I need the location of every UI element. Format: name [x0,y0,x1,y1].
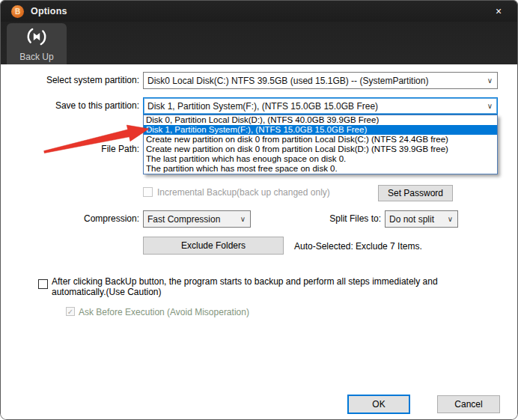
ok-button[interactable]: OK [347,395,410,414]
dropdown-option-new-partition-d[interactable]: Create new partition on disk 0 from part… [144,144,497,154]
app-icon: B [11,5,24,18]
save-to-partition-label: Save to this partition: [1,100,139,111]
exclude-folders-button[interactable]: Exclude Folders [143,237,284,255]
dropdown-option-disk1-f-selected[interactable]: Disk 1, Partition System(F:), (NTFS 15.0… [144,125,497,135]
incremental-backup-label: Incremental Backup(back up changed only) [157,187,330,198]
title-bar: B Options × [1,1,517,22]
ask-before-execution-checkbox[interactable]: ✓ [66,307,75,316]
chevron-down-icon: ∨ [448,214,453,225]
backup-immediately-label: After clicking BackUp button, the progra… [52,276,463,297]
auto-selected-text: Auto-Selected: Exclude 7 Items. [294,241,422,252]
dropdown-option-most-free[interactable]: The partition which has most free space … [144,164,497,174]
dropdown-option-disk0-d[interactable]: Disk 0, Partition Local Disk(D:), (NTFS … [144,115,497,125]
compression-combo[interactable]: Fast Compression ∨ [143,210,251,228]
split-files-value: Do not split [389,214,434,225]
tab-back-up-label: Back Up [19,52,53,62]
tab-strip: Back Up [1,22,517,64]
backup-immediately-checkbox[interactable] [38,279,48,289]
red-arrow-annotation [37,119,153,156]
dropdown-option-new-partition-c[interactable]: Create new partition on disk 0 from part… [144,135,497,144]
tab-back-up[interactable]: Back Up [7,23,67,64]
compression-value: Fast Compression [147,214,220,225]
chevron-down-icon: ∨ [487,101,493,112]
sync-backup-icon [25,27,48,49]
close-icon[interactable]: × [487,3,510,19]
checkmark-icon: ✓ [67,308,73,316]
split-files-combo[interactable]: Do not split ∨ [385,210,458,228]
set-password-button[interactable]: Set Password [378,185,453,201]
select-system-partition-label: Select system partition: [1,75,139,85]
select-system-partition-value: Disk0 Local Disk(C:) NTFS 39.5GB (used 1… [147,76,428,86]
save-to-partition-value: Disk 1, Partition System(F:), (NTFS 15.0… [147,101,378,112]
incremental-backup-checkbox[interactable] [143,187,153,197]
window-title: Options [31,6,67,16]
chevron-down-icon: ∨ [487,76,493,86]
save-to-partition-combo[interactable]: Disk 1, Partition System(F:), (NTFS 15.0… [143,97,498,115]
cancel-button[interactable]: Cancel [437,395,500,413]
select-system-partition-combo[interactable]: Disk0 Local Disk(C:) NTFS 39.5GB (used 1… [143,72,498,89]
options-dialog: B Options × Back Up Select system partit… [0,0,518,420]
split-files-label: Split Files to: [315,213,381,224]
chevron-down-icon: ∨ [240,214,246,225]
dialog-body: Select system partition: Disk0 Local Dis… [1,64,517,420]
dropdown-option-last-partition[interactable]: The last partition which has enough spac… [144,154,497,164]
compression-label: Compression: [1,213,139,224]
partition-dropdown-list: Disk 0, Partition Local Disk(D:), (NTFS … [143,115,498,174]
ask-before-execution-label: Ask Before Execution (Avoid Misoperation… [79,307,249,317]
